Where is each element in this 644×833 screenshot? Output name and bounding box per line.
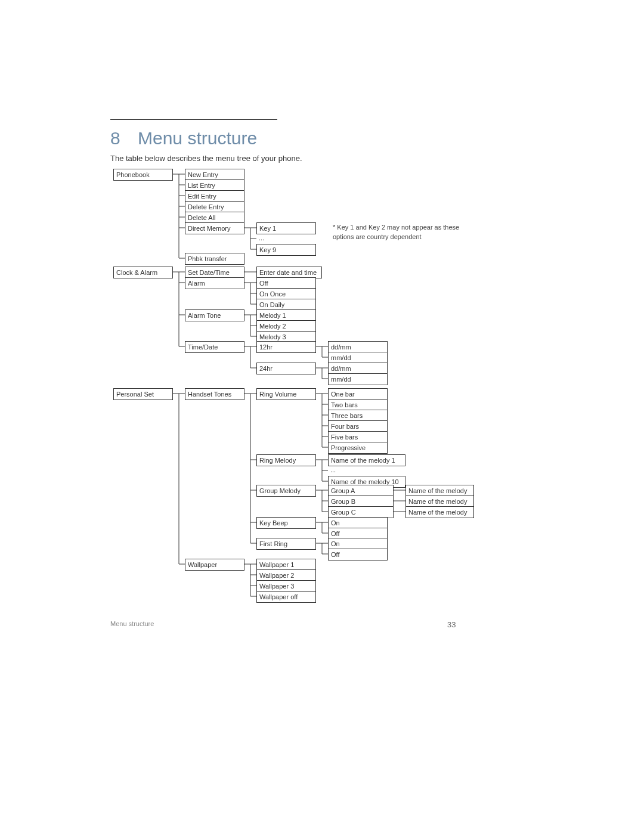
chapter-title: Menu structure [138, 128, 257, 148]
ring-vol-three: Three bars [328, 410, 388, 422]
alarm-tone-m1: Melody 1 [256, 309, 316, 321]
time-date-24hr: 24hr [256, 363, 316, 374]
menu-phonebook: Phonebook [113, 169, 173, 181]
wallpaper-2: Wallpaper 2 [256, 569, 316, 581]
first-ring-on: On [328, 538, 388, 550]
first-ring: First Ring [256, 538, 316, 550]
direct-memory-key9: Key 9 [256, 244, 316, 256]
group-a-value: Name of the melody [405, 485, 474, 497]
direct-memory-key1: Key 1 [256, 222, 316, 234]
h12-ddmm: dd/mm [328, 341, 388, 353]
tree-connectors [0, 0, 644, 833]
h12-mmdd: mm/dd [328, 352, 388, 364]
alarm-tone-m2: Melody 2 [256, 320, 316, 332]
h24-ddmm: dd/mm [328, 363, 388, 374]
h24-mmdd: mm/dd [328, 373, 388, 385]
personal-handset-tones: Handset Tones [185, 388, 244, 400]
document-page: 8 Menu structure The table below describ… [0, 0, 644, 833]
ring-volume: Ring Volume [256, 388, 316, 400]
key-beep-on: On [328, 517, 388, 529]
ring-vol-one: One bar [328, 388, 388, 400]
alarm-off: Off [256, 277, 316, 289]
phonebook-new-entry: New Entry [185, 169, 244, 181]
group-b-value: Name of the melody [405, 496, 474, 507]
time-date-12hr: 12hr [256, 341, 316, 353]
clock-set-datetime: Set Date/Time [185, 267, 244, 278]
phonebook-delete-entry: Delete Entry [185, 201, 244, 213]
page-number: 33 [447, 620, 456, 629]
chapter-number: 8 [110, 128, 120, 148]
wallpaper-off: Wallpaper off [256, 591, 316, 603]
group-c: Group C [328, 506, 394, 518]
enter-date-time: Enter date and time [256, 267, 322, 278]
clock-time-date: Time/Date [185, 341, 244, 353]
ring-vol-two: Two bars [328, 399, 388, 411]
direct-memory-ellipsis: ... [259, 234, 264, 242]
ring-melody-ellipsis: ... [330, 466, 336, 474]
first-ring-off: Off [328, 549, 388, 561]
group-a: Group A [328, 485, 394, 497]
ring-vol-four: Four bars [328, 420, 388, 432]
ring-melody-n1: Name of the melody 1 [328, 454, 405, 466]
header-rule [110, 119, 277, 120]
menu-clock-alarm: Clock & Alarm [113, 267, 173, 278]
phonebook-delete-all: Delete All [185, 212, 244, 224]
footer-section: Menu structure [110, 620, 154, 627]
clock-alarm-tone: Alarm Tone [185, 309, 244, 321]
phonebook-direct-memory: Direct Memory [185, 222, 244, 234]
group-melody: Group Melody [256, 485, 316, 497]
personal-wallpaper: Wallpaper [185, 559, 244, 571]
ring-melody: Ring Melody [256, 454, 316, 466]
alarm-on-once: On Once [256, 288, 316, 300]
footnote-keys: * Key 1 and Key 2 may not appear as thes… [333, 222, 464, 241]
clock-alarm: Alarm [185, 277, 244, 289]
phonebook-list-entry: List Entry [185, 179, 244, 191]
wallpaper-3: Wallpaper 3 [256, 580, 316, 592]
phonebook-edit-entry: Edit Entry [185, 190, 244, 202]
phonebook-phbk-transfer: Phbk transfer [185, 253, 244, 265]
wallpaper-1: Wallpaper 1 [256, 559, 316, 571]
chapter-subtitle: The table below describes the menu tree … [110, 154, 302, 163]
ring-vol-prog: Progressive [328, 442, 388, 454]
menu-personal-set: Personal Set [113, 388, 173, 400]
group-b: Group B [328, 496, 394, 507]
key-beep: Key Beep [256, 517, 316, 529]
group-c-value: Name of the melody [405, 506, 474, 518]
alarm-on-daily: On Daily [256, 299, 316, 311]
ring-vol-five: Five bars [328, 431, 388, 443]
